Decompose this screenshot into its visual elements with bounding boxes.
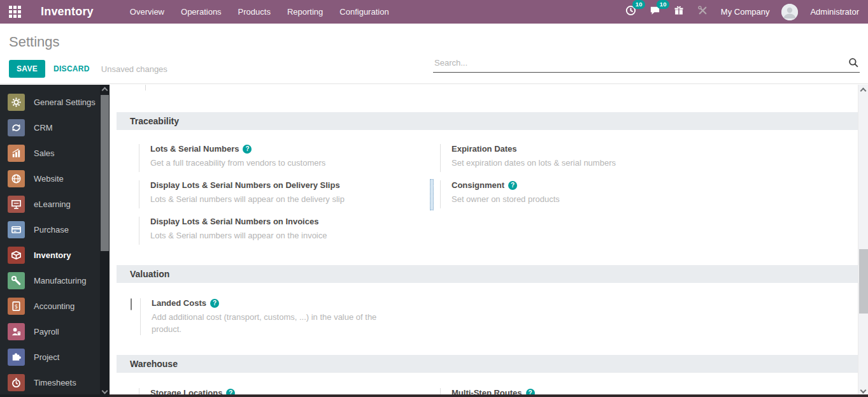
sidebar-scrollbar-thumb[interactable] (101, 95, 109, 251)
sidebar-item-inventory[interactable]: Inventory (0, 242, 110, 268)
sidebar-item-elearning[interactable]: eLearning (0, 191, 110, 217)
sidebar-item-website[interactable]: Website (0, 166, 110, 191)
credit-card-icon (8, 221, 25, 238)
developer-tools-button[interactable] (697, 4, 709, 19)
main-scrollbar[interactable] (858, 85, 868, 397)
setting-description: Lots & Serial numbers will appear on the… (150, 229, 327, 242)
sidebar-item-label: Timesheets (34, 378, 76, 387)
divider (140, 298, 141, 335)
presentation-icon (8, 196, 25, 213)
sidebar-item-label: Purchase (34, 225, 69, 235)
apps-grid-icon[interactable] (9, 6, 21, 18)
menu-products[interactable]: Products (238, 7, 271, 17)
sidebar-item-label: Sales (34, 148, 55, 158)
gift-icon (673, 5, 685, 19)
sidebar-scrollbar[interactable] (100, 85, 110, 397)
setting-label[interactable]: Landed Costs? (152, 298, 384, 308)
setting-lots-serial-numbers: Lots & Serial Numbers? Get a full tracea… (117, 144, 418, 172)
setting-label[interactable]: Display Lots & Serial Numbers on Deliver… (150, 180, 345, 190)
inventory-box-icon (8, 247, 25, 264)
search-box (433, 55, 860, 73)
puzzle-icon (8, 349, 25, 366)
help-icon[interactable]: ? (210, 299, 219, 308)
setting-description: Lots & Serial numbers will appear on the… (150, 193, 345, 205)
settings-main-panel: Traceability Lots & Serial Numbers? Get … (110, 85, 868, 397)
setting-landed-costs: Landed Costs? Add additional cost (trans… (117, 298, 418, 335)
setting-description: Set expiration dates on lots & serial nu… (452, 157, 616, 169)
menu-overview[interactable]: Overview (130, 7, 164, 17)
section-header-traceability: Traceability (117, 112, 858, 130)
gear-icon (8, 94, 25, 111)
sidebar-item-label: CRM (34, 123, 53, 133)
rewards-button[interactable] (673, 5, 685, 19)
app-title[interactable]: Inventory (41, 5, 94, 18)
sidebar-item-label: Payroll (34, 327, 59, 336)
menu-configuration[interactable]: Configuration (339, 7, 388, 17)
help-icon[interactable]: ? (508, 181, 517, 190)
svg-text:$: $ (15, 303, 18, 309)
setting-label[interactable]: Display Lots & Serial Numbers on Invoice… (150, 217, 327, 226)
top-menu: Overview Operations Products Reporting C… (130, 7, 389, 17)
activities-button[interactable]: 10 (625, 4, 637, 19)
valuation-settings-grid: Landed Costs? Add additional cost (trans… (117, 298, 858, 335)
setting-description: Add additional cost (transport, customs,… (152, 311, 384, 335)
cutoff-row-separator (145, 85, 146, 90)
setting-display-lots-invoices: Display Lots & Serial Numbers on Invoice… (117, 217, 418, 245)
invoice-document-icon: $ (8, 298, 25, 315)
user-menu[interactable]: Administrator (810, 7, 859, 17)
section-title: Traceability (130, 116, 179, 126)
menu-operations[interactable]: Operations (181, 7, 222, 17)
sidebar-item-payroll[interactable]: Payroll (0, 319, 110, 344)
sidebar-item-label: eLearning (34, 199, 71, 209)
save-button[interactable]: SAVE (9, 60, 45, 78)
control-panel-actions: SAVE DISCARD Unsaved changes (9, 60, 167, 78)
scroll-up-icon[interactable] (860, 88, 867, 94)
scroll-down-icon[interactable] (860, 387, 867, 394)
topbar: Inventory Overview Operations Products R… (0, 0, 868, 24)
menu-reporting[interactable]: Reporting (287, 7, 323, 17)
unsaved-changes-label: Unsaved changes (101, 64, 167, 74)
search-input[interactable] (433, 55, 860, 73)
scroll-up-icon[interactable] (102, 87, 108, 94)
setting-label[interactable]: Consignment? (452, 180, 560, 190)
sidebar-item-crm[interactable]: CRM (0, 115, 110, 140)
sidebar-item-general-settings[interactable]: General Settings (0, 89, 110, 115)
sidebar-item-manufacturing[interactable]: Manufacturing (0, 268, 110, 293)
checkbox-landed-costs[interactable] (131, 299, 132, 335)
sidebar-item-label: Manufacturing (34, 276, 86, 285)
setting-label[interactable]: Lots & Serial Numbers? (150, 144, 325, 154)
sidebar-item-project[interactable]: Project (0, 344, 110, 370)
messages-button[interactable]: 10 (649, 4, 661, 19)
control-panel: Settings SAVE DISCARD Unsaved changes (0, 24, 868, 84)
sidebar-item-label: Project (34, 352, 59, 362)
setting-description: Get a full traceability from vendors to … (150, 157, 325, 169)
sidebar-item-purchase[interactable]: Purchase (0, 217, 110, 242)
scroll-down-icon[interactable] (102, 388, 108, 394)
message-badge: 10 (657, 0, 670, 9)
sidebar-item-label: General Settings (34, 97, 96, 107)
sidebar-item-accounting[interactable]: $ Accounting (0, 293, 110, 319)
page-title: Settings (9, 34, 60, 50)
divider (139, 144, 139, 172)
sidebar-item-label: Website (34, 174, 64, 184)
sidebar-item-label: Inventory (34, 250, 71, 260)
discard-button[interactable]: DISCARD (53, 64, 90, 73)
sidebar-item-sales[interactable]: Sales (0, 140, 110, 166)
sidebar-item-label: Accounting (34, 301, 75, 311)
setting-label[interactable]: Expiration Dates (452, 144, 616, 154)
wrench-icon (8, 272, 25, 289)
divider (139, 180, 139, 208)
sidebar-item-timesheets[interactable]: Timesheets (0, 370, 110, 395)
bottom-edge-strip (0, 394, 868, 397)
settings-sidebar: General Settings CRM Sales Website eLear… (0, 85, 110, 397)
company-switcher[interactable]: My Company (721, 7, 770, 17)
setting-description: Set owner on stored products (452, 193, 560, 205)
divider (139, 217, 139, 245)
section-title: Valuation (130, 269, 169, 279)
search-icon[interactable] (848, 57, 859, 71)
avatar[interactable] (781, 4, 798, 20)
settings-content: Traceability Lots & Serial Numbers? Get … (117, 112, 858, 397)
workspace: General Settings CRM Sales Website eLear… (0, 85, 868, 397)
main-scrollbar-thumb[interactable] (859, 249, 868, 314)
help-icon[interactable]: ? (243, 145, 252, 154)
